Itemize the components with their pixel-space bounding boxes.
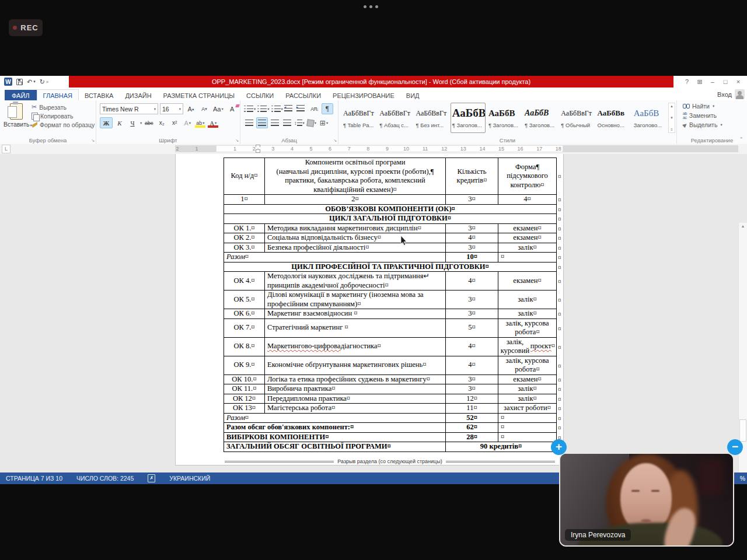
grow-font-button[interactable]: А▴ (185, 104, 197, 114)
table-cell[interactable]: Переддипломна практика¤ (265, 394, 446, 404)
font-family-select[interactable]: Times New R▾ (100, 103, 158, 114)
increase-indent-button[interactable]: ▸ (297, 104, 308, 114)
tab-главная[interactable]: ГЛАВНАЯ (37, 89, 79, 101)
table-cell[interactable]: ¤ (498, 423, 557, 433)
table-cell[interactable]: ОК 2.¤ (224, 233, 265, 243)
table-cell[interactable]: ОК 10.¤ (224, 375, 265, 385)
style-item-5[interactable]: АаБбВ¶ Заголов... (487, 103, 522, 133)
align-right-button[interactable] (270, 118, 280, 128)
table-cell[interactable]: ОК 13¤ (224, 404, 265, 414)
numbering-button[interactable]: ▾ (257, 104, 269, 114)
vertical-scrollbar[interactable]: ▲ ▼ (738, 223, 747, 473)
table-cell[interactable]: Безпека професійної діяльності¤ (265, 243, 446, 253)
table-cell[interactable]: ЦИКЛ ЗАГАЛЬНОЇ ПІДГОТОВКИ¤ (224, 214, 557, 224)
paragraph-dialog-launcher-icon[interactable]: ↘ (333, 138, 337, 143)
meeting-more-options-icon[interactable] (364, 5, 378, 8)
table-cell[interactable]: 3¤ (446, 290, 498, 309)
table-cell[interactable]: 52¤ (446, 414, 498, 424)
table-cell[interactable]: Логіка та етика професійних суджень в ма… (265, 375, 446, 385)
table-cell[interactable]: залік¤ (498, 309, 557, 319)
table-cell[interactable]: Разом¤ (224, 414, 446, 424)
table-cell[interactable]: ОК 12¤ (224, 394, 265, 404)
table-cell[interactable]: ¤ (498, 414, 557, 424)
line-spacing-button[interactable]: ↕▾ (294, 118, 305, 128)
table-cell[interactable]: ЦИКЛ ПРОФЕСІЙНОЇ ТА ПРАКТИЧНОЇ ПІДГОТОВК… (224, 262, 557, 272)
table-cell[interactable]: 3¤ (446, 195, 498, 205)
table-cell[interactable]: Економічне обґрунтування маркетингових р… (265, 356, 446, 375)
table-cell[interactable]: 90 кредитів¤ (446, 442, 557, 452)
table-cell[interactable]: Методологія наукових досліджень та підтр… (265, 272, 446, 290)
find-button[interactable]: Найти▾ (683, 103, 722, 110)
save-icon[interactable] (16, 79, 23, 85)
table-cell[interactable]: Разом¤ (224, 253, 446, 262)
table-cell[interactable]: захист роботи¤ (498, 404, 557, 414)
table-cell[interactable]: ОК 5.¤ (224, 290, 265, 309)
language-indicator[interactable]: УКРАИНСКИЙ (169, 475, 210, 482)
paste-button[interactable]: Вставить▾ (4, 103, 29, 136)
clear-formatting-button[interactable]: А (226, 104, 238, 114)
presenter-video-tile[interactable]: Iryna Perevozova (559, 453, 734, 547)
collapse-ribbon-icon[interactable]: ⌃ (739, 136, 743, 142)
cut-button[interactable]: ✂Вырезать (32, 103, 95, 111)
justify-button[interactable] (282, 118, 292, 128)
table-cell[interactable]: 10¤ (446, 253, 498, 262)
decrease-indent-button[interactable]: ◂ (285, 104, 295, 114)
align-center-button[interactable] (256, 117, 268, 128)
table-cell[interactable]: Кількість кредитів¤ (446, 158, 498, 195)
tab-дизайн[interactable]: ДИЗАЙН (119, 90, 157, 101)
table-cell[interactable]: Ділові комунікації в маркетингу (іноземн… (265, 290, 446, 309)
table-cell[interactable]: 2¤ (265, 195, 446, 205)
italic-button[interactable]: К (114, 118, 125, 128)
table-cell[interactable]: 4¤ (446, 338, 498, 356)
table-cell[interactable]: ОК 9.¤ (224, 356, 265, 375)
word-count[interactable]: ЧИСЛО СЛОВ: 2245 (76, 475, 134, 482)
table-cell[interactable]: Соціальна відповідальність бізнесу¤ (265, 233, 446, 243)
table-cell[interactable]: Виробнича практика¤ (265, 384, 446, 394)
change-case-button[interactable]: Aa▾ (212, 104, 225, 114)
table-cell[interactable]: залік¤ (498, 243, 557, 253)
underline-button[interactable]: Ч (127, 118, 138, 128)
style-item-6[interactable]: АаБбВ¶ Заголов... (523, 103, 558, 133)
superscript-button[interactable]: x² (169, 118, 180, 128)
style-item-9[interactable]: АаБбВЗаголово... (632, 103, 667, 133)
page-indicator[interactable]: СТРАНИЦА 7 ИЗ 10 (6, 475, 62, 482)
close-button[interactable]: × (732, 78, 745, 85)
undo-dropdown-icon[interactable]: ▾ (33, 79, 36, 84)
zoom-out-button[interactable]: − (727, 439, 743, 455)
table-cell[interactable]: залік¤ (498, 384, 557, 394)
tab-разметка-страницы[interactable]: РАЗМЕТКА СТРАНИЦЫ (158, 90, 240, 101)
style-item-3[interactable]: АаБбВвГт¶ Без инт... (414, 103, 449, 133)
table-cell[interactable]: Стратегічний маркетинг ¤ (265, 319, 446, 338)
borders-button[interactable]: ⊞▾ (319, 118, 329, 128)
font-dialog-launcher-icon[interactable]: ↘ (235, 138, 239, 143)
left-indent-marker[interactable] (256, 149, 260, 153)
undo-icon[interactable]: ↶ (27, 79, 32, 85)
table-cell[interactable]: залік¤ (498, 394, 557, 404)
align-left-button[interactable] (244, 118, 254, 128)
clipboard-dialog-launcher-icon[interactable]: ↘ (91, 138, 95, 143)
table-cell[interactable]: 3¤ (446, 309, 498, 319)
help-button[interactable]: ? (680, 78, 693, 85)
table-cell[interactable]: екзамен¤ (498, 375, 557, 385)
table-cell[interactable]: 4¤ (446, 272, 498, 290)
replace-button[interactable]: abacЗаменить (683, 111, 722, 120)
table-cell[interactable]: 5¤ (446, 319, 498, 338)
shrink-font-button[interactable]: А▾ (198, 104, 210, 114)
highlight-color-button[interactable]: ab▾ (194, 118, 206, 128)
table-cell[interactable]: 4¤ (498, 195, 557, 205)
redo-icon[interactable]: ↻ (40, 79, 45, 85)
tab-рецензирование[interactable]: РЕЦЕНЗИРОВАНИЕ (327, 90, 400, 101)
table-cell[interactable]: 3¤ (446, 384, 498, 394)
table-cell[interactable]: Разом обсяг обов'язкових компонент:¤ (224, 423, 446, 433)
table-cell[interactable]: залік, курсова робота¤ (498, 356, 557, 375)
ribbon-display-options-button[interactable]: ⊞ (693, 78, 706, 86)
style-item-2[interactable]: АаБбВвГт¶ Абзац с... (378, 103, 413, 133)
maximize-button[interactable]: □ (719, 78, 732, 85)
tab-вид[interactable]: ВИД (400, 90, 425, 101)
underline-dropdown-icon[interactable]: ▾ (140, 121, 142, 125)
table-cell[interactable]: Методика викладання маркетингових дисцип… (265, 224, 446, 234)
table-cell[interactable]: ОК 6.¤ (224, 309, 265, 319)
table-cell[interactable]: 3¤ (446, 375, 498, 385)
table-cell[interactable]: 62¤ (446, 423, 498, 433)
table-cell[interactable]: ВИБІРКОВІ КОМПОНЕНТИ¤ (224, 433, 446, 443)
